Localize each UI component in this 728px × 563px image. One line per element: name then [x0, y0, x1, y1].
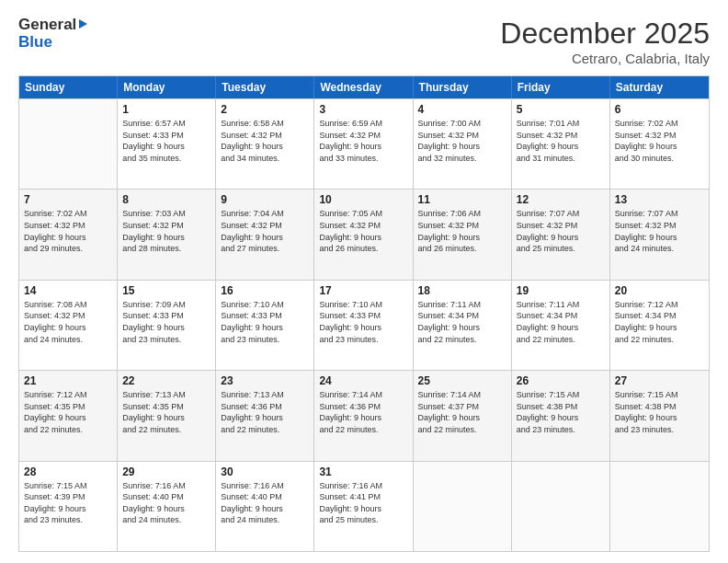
calendar-cell: 18Sunrise: 7:11 AM Sunset: 4:34 PM Dayli…: [414, 281, 512, 370]
day-number: 2: [221, 103, 309, 116]
day-number: 29: [122, 465, 210, 478]
day-number: 26: [517, 374, 605, 387]
day-info: Sunrise: 7:01 AM Sunset: 4:32 PM Dayligh…: [517, 118, 605, 164]
location: Cetraro, Calabria, Italy: [500, 51, 710, 66]
weekday-header-saturday: Saturday: [610, 76, 709, 98]
day-info: Sunrise: 7:02 AM Sunset: 4:32 PM Dayligh…: [24, 208, 112, 254]
day-info: Sunrise: 7:06 AM Sunset: 4:32 PM Dayligh…: [418, 208, 506, 254]
day-number: 6: [615, 103, 704, 116]
logo-general: General: [18, 17, 76, 34]
day-number: 15: [122, 284, 210, 297]
day-info: Sunrise: 7:07 AM Sunset: 4:32 PM Dayligh…: [517, 208, 605, 254]
calendar-cell: 11Sunrise: 7:06 AM Sunset: 4:32 PM Dayli…: [414, 190, 512, 279]
day-number: 7: [24, 193, 112, 206]
calendar-row-3: 14Sunrise: 7:08 AM Sunset: 4:32 PM Dayli…: [19, 280, 709, 370]
calendar-cell: 12Sunrise: 7:07 AM Sunset: 4:32 PM Dayli…: [512, 190, 610, 279]
day-info: Sunrise: 7:11 AM Sunset: 4:34 PM Dayligh…: [418, 299, 506, 345]
calendar-cell: 27Sunrise: 7:15 AM Sunset: 4:38 PM Dayli…: [610, 371, 709, 460]
day-info: Sunrise: 7:08 AM Sunset: 4:32 PM Dayligh…: [24, 299, 112, 345]
day-number: 12: [517, 193, 605, 206]
day-info: Sunrise: 7:00 AM Sunset: 4:32 PM Dayligh…: [418, 118, 506, 164]
day-info: Sunrise: 7:13 AM Sunset: 4:36 PM Dayligh…: [221, 389, 309, 435]
header: General Blue December 2025 Cetraro, Cala…: [18, 17, 710, 66]
calendar-cell: 13Sunrise: 7:07 AM Sunset: 4:32 PM Dayli…: [610, 190, 709, 279]
calendar-cell: 22Sunrise: 7:13 AM Sunset: 4:35 PM Dayli…: [118, 371, 216, 460]
day-number: 31: [319, 465, 407, 478]
day-info: Sunrise: 7:13 AM Sunset: 4:35 PM Dayligh…: [122, 389, 210, 435]
day-info: Sunrise: 7:12 AM Sunset: 4:34 PM Dayligh…: [615, 299, 704, 345]
day-info: Sunrise: 6:57 AM Sunset: 4:33 PM Dayligh…: [122, 118, 210, 164]
calendar-cell: 26Sunrise: 7:15 AM Sunset: 4:38 PM Dayli…: [512, 371, 610, 460]
day-info: Sunrise: 7:12 AM Sunset: 4:35 PM Dayligh…: [24, 389, 112, 435]
day-number: 14: [24, 284, 112, 297]
day-info: Sunrise: 7:03 AM Sunset: 4:32 PM Dayligh…: [122, 208, 210, 254]
day-info: Sunrise: 7:16 AM Sunset: 4:41 PM Dayligh…: [319, 480, 407, 526]
calendar-row-1: 1Sunrise: 6:57 AM Sunset: 4:33 PM Daylig…: [19, 98, 709, 189]
day-info: Sunrise: 7:14 AM Sunset: 4:36 PM Dayligh…: [319, 389, 407, 435]
day-number: 18: [418, 284, 506, 297]
day-number: 9: [221, 193, 309, 206]
calendar-cell: 17Sunrise: 7:10 AM Sunset: 4:33 PM Dayli…: [314, 281, 413, 370]
weekday-header-thursday: Thursday: [414, 76, 512, 98]
day-info: Sunrise: 7:15 AM Sunset: 4:38 PM Dayligh…: [615, 389, 704, 435]
day-info: Sunrise: 7:05 AM Sunset: 4:32 PM Dayligh…: [319, 208, 407, 254]
calendar-cell: [610, 462, 709, 551]
calendar-cell: 24Sunrise: 7:14 AM Sunset: 4:36 PM Dayli…: [314, 371, 413, 460]
day-info: Sunrise: 7:15 AM Sunset: 4:38 PM Dayligh…: [517, 389, 605, 435]
day-number: 8: [122, 193, 210, 206]
weekday-header-tuesday: Tuesday: [216, 76, 314, 98]
calendar-cell: 16Sunrise: 7:10 AM Sunset: 4:33 PM Dayli…: [216, 281, 314, 370]
calendar-cell: 7Sunrise: 7:02 AM Sunset: 4:32 PM Daylig…: [19, 190, 118, 279]
day-number: 27: [615, 374, 704, 387]
calendar-cell: 5Sunrise: 7:01 AM Sunset: 4:32 PM Daylig…: [512, 99, 610, 189]
day-info: Sunrise: 7:09 AM Sunset: 4:33 PM Dayligh…: [122, 299, 210, 345]
page: General Blue December 2025 Cetraro, Cala…: [0, 0, 728, 563]
day-info: Sunrise: 7:14 AM Sunset: 4:37 PM Dayligh…: [418, 389, 506, 435]
day-number: 11: [418, 193, 506, 206]
day-number: 24: [319, 374, 407, 387]
calendar-cell: [414, 462, 512, 551]
calendar-cell: [19, 99, 118, 189]
calendar-cell: 3Sunrise: 6:59 AM Sunset: 4:32 PM Daylig…: [314, 99, 413, 189]
day-number: 10: [319, 193, 407, 206]
day-info: Sunrise: 6:58 AM Sunset: 4:32 PM Dayligh…: [221, 118, 309, 164]
day-info: Sunrise: 7:10 AM Sunset: 4:33 PM Dayligh…: [319, 299, 407, 345]
day-number: 13: [615, 193, 704, 206]
weekday-header-friday: Friday: [512, 76, 610, 98]
day-number: 30: [221, 465, 309, 478]
calendar-header: SundayMondayTuesdayWednesdayThursdayFrid…: [19, 76, 709, 98]
calendar-row-4: 21Sunrise: 7:12 AM Sunset: 4:35 PM Dayli…: [19, 370, 709, 460]
calendar-cell: 4Sunrise: 7:00 AM Sunset: 4:32 PM Daylig…: [414, 99, 512, 189]
logo-arrow-icon: [79, 19, 87, 29]
calendar-cell: 23Sunrise: 7:13 AM Sunset: 4:36 PM Dayli…: [216, 371, 314, 460]
calendar-cell: 10Sunrise: 7:05 AM Sunset: 4:32 PM Dayli…: [314, 190, 413, 279]
month-year: December 2025: [500, 17, 710, 51]
day-number: 5: [517, 103, 605, 116]
day-number: 1: [122, 103, 210, 116]
calendar-body: 1Sunrise: 6:57 AM Sunset: 4:33 PM Daylig…: [19, 98, 709, 551]
calendar-cell: 19Sunrise: 7:11 AM Sunset: 4:34 PM Dayli…: [512, 281, 610, 370]
day-info: Sunrise: 6:59 AM Sunset: 4:32 PM Dayligh…: [319, 118, 407, 164]
day-info: Sunrise: 7:04 AM Sunset: 4:32 PM Dayligh…: [221, 208, 309, 254]
calendar-row-5: 28Sunrise: 7:15 AM Sunset: 4:39 PM Dayli…: [19, 461, 709, 551]
day-number: 17: [319, 284, 407, 297]
calendar-cell: 1Sunrise: 6:57 AM Sunset: 4:33 PM Daylig…: [118, 99, 216, 189]
calendar-cell: 2Sunrise: 6:58 AM Sunset: 4:32 PM Daylig…: [216, 99, 314, 189]
day-number: 22: [122, 374, 210, 387]
day-number: 16: [221, 284, 309, 297]
calendar-cell: [512, 462, 610, 551]
day-number: 25: [418, 374, 506, 387]
day-number: 19: [517, 284, 605, 297]
day-info: Sunrise: 7:15 AM Sunset: 4:39 PM Dayligh…: [24, 480, 112, 526]
calendar-row-2: 7Sunrise: 7:02 AM Sunset: 4:32 PM Daylig…: [19, 189, 709, 279]
day-number: 21: [24, 374, 112, 387]
calendar-cell: 8Sunrise: 7:03 AM Sunset: 4:32 PM Daylig…: [118, 190, 216, 279]
calendar-cell: 6Sunrise: 7:02 AM Sunset: 4:32 PM Daylig…: [610, 99, 709, 189]
calendar-cell: 20Sunrise: 7:12 AM Sunset: 4:34 PM Dayli…: [610, 281, 709, 370]
calendar-cell: 9Sunrise: 7:04 AM Sunset: 4:32 PM Daylig…: [216, 190, 314, 279]
day-number: 4: [418, 103, 506, 116]
logo: General Blue: [18, 17, 87, 51]
calendar-cell: 30Sunrise: 7:16 AM Sunset: 4:40 PM Dayli…: [216, 462, 314, 551]
calendar-cell: 14Sunrise: 7:08 AM Sunset: 4:32 PM Dayli…: [19, 281, 118, 370]
calendar-cell: 21Sunrise: 7:12 AM Sunset: 4:35 PM Dayli…: [19, 371, 118, 460]
